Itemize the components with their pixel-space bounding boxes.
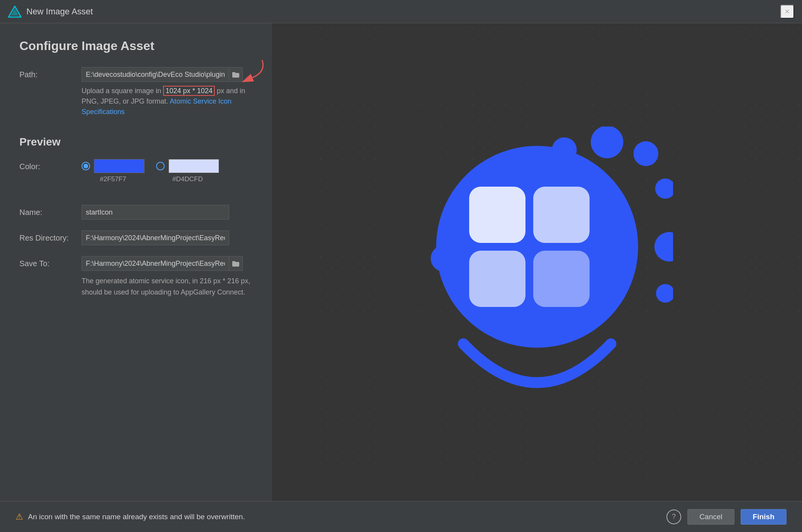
color-label-2: #D4DCFD	[172, 175, 203, 183]
save-to-folder-button[interactable]	[229, 256, 243, 271]
res-directory-label: Res Directory:	[19, 230, 82, 243]
cancel-button[interactable]: Cancel	[687, 509, 734, 525]
color-options: #2F57F7 #D4DCFD	[82, 159, 252, 183]
hint-line1: Upload a square image in	[82, 87, 163, 95]
color-radio-1[interactable]	[82, 162, 90, 170]
left-panel: Configure Image Asset Path:	[0, 23, 272, 501]
color-option-2: #D4DCFD	[156, 159, 219, 183]
name-content	[82, 205, 252, 220]
name-input[interactable]	[82, 205, 229, 220]
path-label: Path:	[19, 67, 82, 79]
save-to-hint: The generated atomic service icon, in 21…	[82, 276, 252, 298]
save-to-label: Save To:	[19, 256, 82, 268]
preview-title: Preview	[19, 136, 252, 148]
svg-point-14	[656, 284, 673, 303]
color-swatch-1[interactable]	[94, 159, 144, 173]
hint-line3: PNG, JPEG, or JPG format.	[82, 97, 170, 105]
save-folder-icon	[232, 260, 239, 267]
color-label-1: #2F57F7	[100, 175, 126, 183]
dialog: New Image Asset × Configure Image Asset …	[0, 0, 802, 532]
res-directory-input[interactable]	[82, 230, 229, 245]
configure-title: Configure Image Asset	[19, 39, 252, 53]
bottom-buttons: ? Cancel Finish	[666, 509, 786, 525]
svg-rect-18	[533, 187, 590, 243]
svg-rect-6	[232, 261, 235, 263]
warning-message: ⚠ An icon with the same name already exi…	[16, 512, 245, 522]
svg-rect-19	[469, 251, 525, 307]
bottom-bar: ⚠ An icon with the same name already exi…	[0, 501, 802, 532]
svg-point-9	[633, 141, 658, 166]
res-directory-row: Res Directory:	[19, 230, 252, 245]
finish-button[interactable]: Finish	[741, 509, 786, 525]
svg-point-13	[654, 232, 673, 262]
specifications-link[interactable]: Specifications	[82, 108, 125, 116]
close-button[interactable]: ×	[780, 5, 794, 19]
color-option-1: #2F57F7	[82, 159, 144, 183]
right-panel	[272, 23, 802, 501]
path-input-row	[82, 67, 243, 82]
title-bar: New Image Asset ×	[0, 0, 802, 23]
preview-section: Preview Color: #2F57F7	[19, 136, 252, 309]
svg-rect-3	[232, 72, 235, 74]
color-swatch-2[interactable]	[169, 159, 219, 173]
svg-rect-17	[469, 187, 525, 243]
svg-point-8	[591, 127, 623, 158]
name-row: Name:	[19, 205, 252, 220]
save-to-content: The generated atomic service icon, in 21…	[82, 256, 252, 298]
main-content: Configure Image Asset Path:	[0, 23, 802, 501]
app-logo-icon	[8, 5, 22, 19]
color-label: Color:	[19, 159, 82, 171]
path-hint: Upload a square image in 1024 px * 1024 …	[82, 86, 252, 117]
color-row: Color: #2F57F7	[19, 159, 252, 194]
help-button[interactable]: ?	[666, 509, 681, 524]
color-radio-2[interactable]	[156, 162, 165, 170]
res-directory-content	[82, 230, 252, 245]
size-highlight: 1024 px * 1024	[163, 86, 215, 96]
icon-preview	[401, 127, 673, 398]
hint-line2: px and in	[215, 87, 245, 95]
path-input[interactable]	[82, 67, 229, 82]
color-option-1-top	[82, 159, 144, 173]
title-bar-left: New Image Asset	[8, 5, 93, 19]
color-option-2-top	[156, 159, 219, 173]
dialog-title: New Image Asset	[26, 7, 93, 17]
path-row: Path:	[19, 67, 252, 117]
save-to-row: Save To: The generated atomic serv	[19, 256, 252, 298]
warning-text: An icon with the same name already exist…	[28, 513, 245, 521]
name-label: Name:	[19, 205, 82, 217]
svg-point-10	[655, 178, 673, 199]
svg-point-16	[436, 146, 638, 348]
icon-preview-svg	[401, 127, 673, 398]
save-to-input[interactable]	[82, 256, 229, 271]
path-content: Upload a square image in 1024 px * 1024 …	[82, 67, 252, 117]
svg-rect-20	[533, 251, 590, 307]
color-content: #2F57F7 #D4DCFD	[82, 159, 252, 194]
path-folder-button[interactable]	[229, 67, 243, 82]
warning-icon: ⚠	[16, 512, 23, 522]
atomic-service-icon-link[interactable]: Atomic Service Icon	[170, 97, 231, 105]
save-to-input-row	[82, 256, 252, 271]
folder-icon	[232, 71, 239, 78]
